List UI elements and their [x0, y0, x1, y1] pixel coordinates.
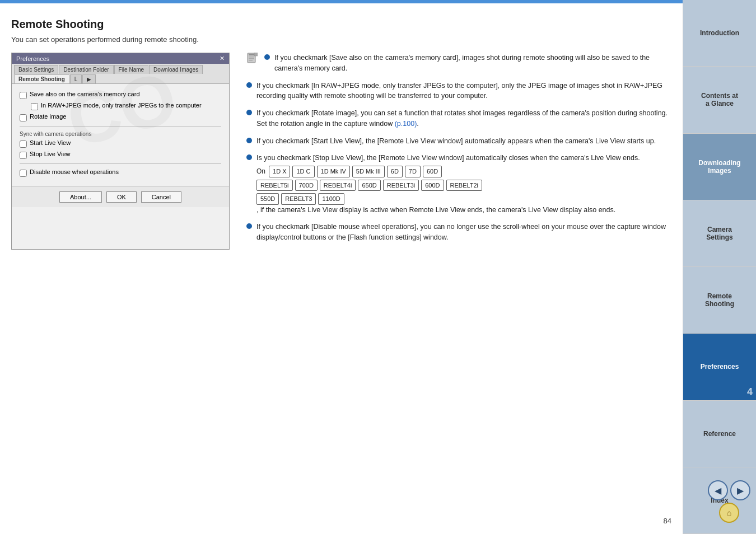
- next-button[interactable]: ▶: [730, 480, 750, 500]
- top-bar: [0, 0, 683, 3]
- sidebar-camera-settings-label: CameraSettings: [706, 226, 732, 241]
- checkbox-rotate-image-input[interactable]: [20, 114, 27, 121]
- svg-rect-3: [249, 58, 254, 59]
- cam-tag-rebelt2i: REBELT2i: [446, 180, 483, 191]
- tab-basic-settings[interactable]: Basic Settings: [14, 65, 58, 74]
- info-document-icon: [246, 53, 258, 64]
- checkbox-stop-live-view-input[interactable]: [20, 152, 27, 159]
- sidebar-preferences-num: 4: [747, 386, 753, 398]
- svg-rect-5: [254, 53, 258, 56]
- sidebar-item-introduction[interactable]: Introduction: [683, 0, 756, 67]
- camera-tags-row0: On 1D X 1D C 1D Mk IV 5D Mk III 6D 7D 60…: [256, 166, 640, 177]
- tab-remote-shooting[interactable]: Remote Shooting: [14, 74, 69, 83]
- checkbox-save-memory-card-label: Save also on the camera's memory card: [30, 91, 140, 97]
- bullet-dot-4: [246, 138, 252, 143]
- cam-tag-1dc: 1D C: [292, 166, 314, 177]
- checkbox-save-memory-card: Save also on the camera's memory card: [20, 91, 221, 99]
- cam-tag-1dx: 1D X: [269, 166, 290, 177]
- sidebar-remote-shooting-label: RemoteShooting: [705, 292, 734, 308]
- bullet-3: If you checkmark [Rotate image], you can…: [246, 108, 671, 129]
- home-button[interactable]: ⌂: [719, 503, 739, 523]
- sidebar-downloading-label: DownloadingImages: [698, 159, 740, 175]
- page-title: Remote Shooting: [11, 18, 671, 31]
- bullet-text-2: If you checkmark [In RAW+JPEG mode, only…: [256, 81, 671, 102]
- bullet-6: If you checkmark [Disable mouse wheel op…: [246, 222, 671, 243]
- bullet-dot-3: [246, 110, 252, 115]
- tab-arrow[interactable]: ▶: [82, 74, 96, 83]
- camera-tags-row2: 550D REBELT3 1100D: [256, 193, 640, 205]
- sidebar-introduction-label: Introduction: [700, 29, 739, 37]
- bullet-dot-2: [246, 82, 252, 88]
- sidebar-item-downloading[interactable]: DownloadingImages: [683, 134, 756, 200]
- bullet-text-3: If you checkmark [Rotate image], you can…: [256, 108, 671, 129]
- on-label: On: [256, 166, 265, 176]
- ok-button[interactable]: OK: [106, 191, 137, 203]
- checkbox-save-memory-card-input[interactable]: [20, 92, 27, 99]
- bullet-text-6: If you checkmark [Disable mouse wheel op…: [256, 222, 671, 243]
- about-button[interactable]: About...: [59, 191, 102, 203]
- bullet-1: If you checkmark [Save also on the camer…: [246, 53, 671, 74]
- divider-2: [20, 163, 221, 164]
- dialog-body: Save also on the camera's memory card In…: [12, 84, 229, 186]
- dialog-close-icon[interactable]: ✕: [220, 55, 225, 62]
- bottom-nav: ◀ ▶ ⌂: [708, 480, 750, 523]
- svg-rect-4: [249, 60, 253, 61]
- checkbox-disable-mouse-label: Disable mouse wheel operations: [30, 168, 119, 175]
- cam-tag-1dmkiv: 1D Mk IV: [317, 166, 350, 177]
- bullet-text-5: Is you checkmark [Stop Live View], the […: [256, 153, 640, 215]
- dialog-footer: About... OK Cancel: [12, 186, 229, 207]
- sidebar: Introduction Contents ata Glance Downloa…: [683, 0, 756, 534]
- dialog-title: Preferences: [16, 55, 49, 62]
- sidebar-reference-label: Reference: [703, 430, 736, 438]
- checkbox-raw-jpeg-input[interactable]: [31, 103, 38, 110]
- sidebar-item-contents[interactable]: Contents ata Glance: [683, 67, 756, 133]
- link-p100[interactable]: (p.100): [395, 120, 417, 128]
- tab-destination-folder[interactable]: Destination Folder: [59, 65, 113, 74]
- sidebar-item-camera-settings[interactable]: CameraSettings: [683, 200, 756, 267]
- bullet-dot-5: [246, 154, 252, 160]
- bullet-dot-6: [246, 223, 252, 229]
- cam-tag-600d: 600D: [421, 180, 444, 191]
- tab-l[interactable]: L: [70, 74, 82, 83]
- cam-tag-6d: 6D: [387, 166, 403, 177]
- bullet-5: Is you checkmark [Stop Live View], the […: [246, 153, 671, 215]
- sidebar-item-preferences[interactable]: Preferences 4: [683, 334, 756, 400]
- cam-tag-rebelt3: REBELT3: [281, 193, 316, 205]
- content-layout: Preferences ✕ Basic Settings Destination…: [11, 53, 671, 250]
- bullet-2: If you checkmark [In RAW+JPEG mode, only…: [246, 81, 671, 102]
- checkbox-raw-jpeg: In RAW+JPEG mode, only transfer JPEGs to…: [31, 102, 221, 110]
- tab-download-images[interactable]: Download Images: [149, 65, 203, 74]
- page-number: 84: [664, 517, 671, 525]
- tab-file-name[interactable]: File Name: [114, 65, 149, 74]
- sidebar-item-remote-shooting[interactable]: RemoteShooting: [683, 267, 756, 334]
- checkbox-rotate-image-label: Rotate image: [30, 113, 66, 120]
- checkbox-start-live-view-input[interactable]: [20, 140, 27, 148]
- nav-arrows: ◀ ▶: [708, 480, 750, 500]
- prev-button[interactable]: ◀: [708, 480, 728, 500]
- checkbox-disable-mouse-input[interactable]: [20, 170, 27, 177]
- checkbox-raw-jpeg-label: In RAW+JPEG mode, only transfer JPEGs to…: [41, 102, 202, 109]
- checkbox-stop-live-view: Stop Live View: [20, 151, 221, 159]
- cam-tag-650d: 650D: [358, 180, 380, 191]
- bullet-4: If you checkmark [Start Live View], the …: [246, 136, 671, 147]
- page-subtitle: You can set operations performed during …: [11, 35, 671, 44]
- checkbox-rotate-image: Rotate image: [20, 113, 221, 121]
- checkbox-disable-mouse: Disable mouse wheel operations: [20, 168, 221, 177]
- sidebar-preferences-label: Preferences: [701, 363, 739, 371]
- cancel-button[interactable]: Cancel: [141, 191, 181, 203]
- checkbox-stop-live-view-label: Stop Live View: [30, 151, 71, 157]
- sidebar-item-reference[interactable]: Reference: [683, 401, 756, 467]
- sidebar-contents-label: Contents ata Glance: [701, 92, 738, 107]
- sync-label: Sync with camera operations: [20, 131, 221, 137]
- dialog-titlebar: Preferences ✕: [12, 53, 229, 64]
- cam-tag-700d: 700D: [295, 180, 318, 191]
- cam-tag-rebelt5i: REBELT5i: [256, 180, 293, 191]
- cam-tag-60d: 60D: [423, 166, 442, 177]
- checkbox-start-live-view: Start Live View: [20, 139, 221, 148]
- checkbox-start-live-view-label: Start Live View: [30, 139, 71, 146]
- bullet-text-4: If you checkmark [Start Live View], the …: [256, 136, 656, 147]
- bullet-text-1: If you checkmark [Save also on the camer…: [274, 53, 671, 74]
- bullet-dot-1: [264, 54, 270, 60]
- cam-tag-7d: 7D: [405, 166, 421, 177]
- divider-1: [20, 126, 221, 127]
